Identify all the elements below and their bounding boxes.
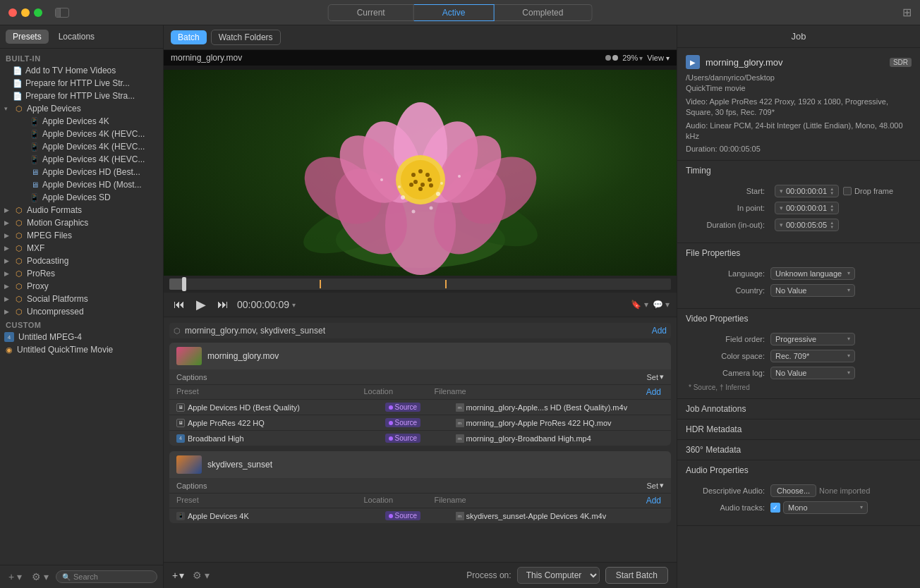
folder-icon: ⬡: [14, 244, 24, 253]
file-properties-section: File Properties Language: Unknown langua…: [677, 243, 920, 309]
search-placeholder: Search: [73, 572, 98, 581]
drop-frame-checkbox[interactable]: Drop frame: [843, 187, 893, 195]
sidebar-item-motion-graphics[interactable]: ▶ ⬡ Motion Graphics: [0, 216, 163, 229]
tab-active[interactable]: Active: [414, 4, 495, 21]
start-row: Start: ▾ 00:00:00:01 ▲ ▼ Drop frame: [686, 185, 912, 197]
scrubber-track[interactable]: [169, 278, 671, 290]
sidebar-item-4k-hevc3[interactable]: 📱 Apple Devices 4K (HEVC...: [0, 153, 163, 166]
builtin-section-label: BUILT-IN: [0, 51, 163, 64]
sidebar-item-untitled-mpeg4[interactable]: 4 Untitled MPEG-4: [0, 331, 163, 343]
inpoint-timecode-input[interactable]: ▾ 00:00:00:01 ▲ ▼: [775, 202, 839, 214]
playback-controls: ⏮ ▶ ⏭ 00:00:00:09 ▾ 🔖 ▾ 💬 ▾: [164, 293, 677, 317]
sidebar-item-4k-hevc1[interactable]: 📱 Apple Devices 4K (HEVC...: [0, 128, 163, 140]
scrubber-thumb[interactable]: [182, 277, 186, 291]
sidebar-item-social-platforms[interactable]: ▶ ⬡ Social Platforms: [0, 293, 163, 305]
minimize-button[interactable]: [21, 8, 30, 17]
video-properties-header[interactable]: Video Properties: [677, 309, 920, 329]
view-button[interactable]: View ▾: [647, 54, 670, 62]
grid-icon[interactable]: ⊞: [902, 6, 912, 18]
batch-button[interactable]: Batch: [171, 30, 207, 44]
close-button[interactable]: [8, 8, 17, 17]
sidebar-toggle-button[interactable]: [55, 8, 69, 18]
add-preset-button[interactable]: + ▾: [6, 570, 25, 584]
table-row: 📱 Apple Devices 4K Source m skydivers_su…: [169, 508, 671, 523]
color-space-select[interactable]: Rec. 709* ▾: [770, 350, 855, 362]
sidebar-item-podcasting[interactable]: ▶ ⬡ Podcasting: [0, 255, 163, 267]
job-video-info: Video: Apple ProRes 422 Proxy, 1920 x 10…: [686, 97, 912, 118]
folder-icon: ⬡: [14, 104, 24, 114]
go-to-start-button[interactable]: ⏮: [171, 297, 188, 312]
language-select[interactable]: Unknown language ▾: [770, 267, 855, 280]
timing-header[interactable]: Timing: [677, 161, 920, 180]
center-panel: Batch Watch Folders morning_glory.mov 29…: [164, 25, 677, 588]
sidebar-item-prores[interactable]: ▶ ⬡ ProRes: [0, 267, 163, 280]
sidebar-item-proxy[interactable]: ▶ ⬡ Proxy: [0, 280, 163, 293]
choose-button[interactable]: Choose...: [770, 484, 816, 497]
file-thumbnail: [176, 347, 202, 365]
add-job-button[interactable]: Add: [652, 326, 667, 336]
sidebar-tab-locations[interactable]: Locations: [52, 30, 102, 44]
sidebar-item-http2[interactable]: 📄 Prepare for HTTP Live Stra...: [0, 90, 163, 102]
audio-track-checkbox[interactable]: ✓: [770, 503, 780, 513]
settings-button[interactable]: ⚙ ▾: [29, 570, 52, 584]
svg-point-14: [401, 160, 440, 200]
sidebar-tab-presets[interactable]: Presets: [6, 30, 49, 44]
camera-log-select[interactable]: No Value ▾: [770, 367, 855, 379]
audio-properties-header[interactable]: Audio Properties: [677, 460, 920, 480]
chevron-icon: ▾: [660, 481, 664, 490]
add-preset-row-button[interactable]: Add: [646, 387, 661, 397]
settings-gear-button[interactable]: ⚙ ▾: [190, 568, 212, 582]
sidebar-item-mpeg-files[interactable]: ▶ ⬡ MPEG Files: [0, 229, 163, 242]
down-arrow-icon: ▼: [830, 208, 834, 212]
select-arrow-icon: ▾: [860, 504, 863, 510]
preset-location: Source: [385, 434, 456, 443]
svg-point-24: [401, 195, 405, 200]
tab-completed[interactable]: Completed: [494, 4, 592, 21]
job-annotations-header[interactable]: Job Annotations: [677, 399, 920, 419]
sidebar-item-apple-devices[interactable]: ▾ ⬡ Apple Devices: [0, 102, 163, 115]
timecode-display[interactable]: 00:00:00:09 ▾: [237, 299, 296, 310]
sidebar-item-http1[interactable]: 📄 Prepare for HTTP Live Str...: [0, 77, 163, 90]
sidebar-item-untitled-qt[interactable]: ◉ Untitled QuickTime Movie: [0, 343, 163, 356]
tab-current[interactable]: Current: [328, 4, 414, 21]
zoom-control[interactable]: 29% ▾: [622, 54, 643, 62]
file-properties-header[interactable]: File Properties: [677, 243, 920, 263]
computer-select[interactable]: This Computer: [517, 567, 600, 584]
set-captions-button[interactable]: Set ▾: [646, 481, 664, 490]
country-row: Country: No Value ▾: [686, 284, 912, 297]
folder-icon: ⬡: [14, 219, 24, 228]
svg-point-28: [398, 185, 401, 188]
duration-timecode-input[interactable]: ▾ 00:00:05:05 ▲ ▼: [775, 219, 839, 231]
svg-point-19: [420, 183, 425, 187]
field-order-select[interactable]: Progressive ▾: [770, 333, 855, 345]
sidebar-item-sd[interactable]: 📱 Apple Devices SD: [0, 191, 163, 204]
go-to-end-button[interactable]: ⏭: [214, 297, 231, 312]
bookmark-icon[interactable]: 🔖 ▾: [631, 300, 648, 310]
sidebar-item-add-tv[interactable]: 📄 Add to TV Home Videos: [0, 64, 163, 77]
start-timecode-input[interactable]: ▾ 00:00:00:01 ▲ ▼: [775, 185, 839, 197]
sidebar-item-4k[interactable]: 📱 Apple Devices 4K: [0, 115, 163, 128]
360-metadata-header[interactable]: 360° Metadata: [677, 440, 920, 460]
maximize-button[interactable]: [34, 8, 42, 17]
sidebar-item-hd-best[interactable]: 🖥 Apple Devices HD (Best...: [0, 166, 163, 178]
search-bar[interactable]: 🔍 Search: [56, 570, 157, 583]
sidebar-item-hd-most[interactable]: 🖥 Apple Devices HD (Most...: [0, 178, 163, 191]
start-batch-button[interactable]: Start Batch: [605, 567, 668, 584]
comment-icon[interactable]: 💬 ▾: [653, 300, 670, 310]
country-select[interactable]: No Value ▾: [770, 284, 855, 297]
add-preset-row-button[interactable]: Add: [646, 496, 661, 506]
timing-label: Timing: [686, 166, 711, 176]
descriptive-audio-label: Descriptive Audio:: [686, 486, 770, 495]
set-captions-button[interactable]: Set ▾: [646, 372, 664, 381]
table-row: 🖥 Apple ProRes 422 HQ Source m morning_g…: [169, 415, 671, 431]
sidebar-item-audio-formats[interactable]: ▶ ⬡ Audio Formats: [0, 204, 163, 216]
watch-folders-button[interactable]: Watch Folders: [211, 30, 281, 45]
hdr-metadata-header[interactable]: HDR Metadata: [677, 419, 920, 439]
hdr-metadata-section: HDR Metadata: [677, 419, 920, 440]
add-job-button[interactable]: + ▾: [172, 570, 184, 581]
play-button[interactable]: ▶: [193, 295, 209, 314]
sidebar-item-uncompressed[interactable]: ▶ ⬡ Uncompressed: [0, 305, 163, 318]
audio-track-select[interactable]: Mono ▾: [783, 501, 868, 514]
sidebar-item-4k-hevc2[interactable]: 📱 Apple Devices 4K (HEVC...: [0, 140, 163, 153]
sidebar-item-mxf[interactable]: ▶ ⬡ MXF: [0, 242, 163, 255]
